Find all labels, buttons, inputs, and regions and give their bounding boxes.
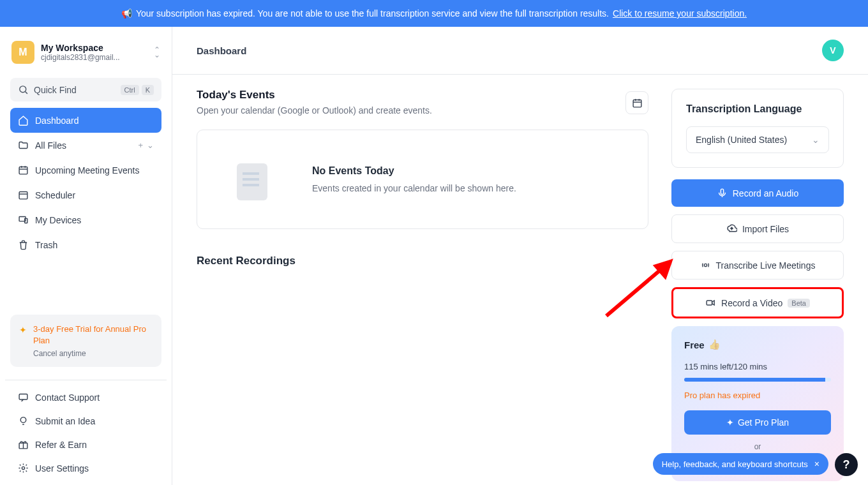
nav-label: Contact Support	[35, 392, 100, 403]
svg-point-0	[20, 86, 26, 93]
plan-progress-fill	[684, 378, 825, 382]
nav-user-settings[interactable]: User Settings	[10, 456, 161, 480]
svg-point-15	[22, 466, 24, 469]
topbar: Dashboard V	[172, 27, 868, 75]
plan-or: or	[684, 442, 831, 451]
beta-badge: Beta	[788, 299, 810, 308]
button-label: Get Pro Plan	[738, 417, 789, 428]
button-label: Import Files	[742, 224, 789, 234]
user-avatar[interactable]: V	[822, 40, 844, 61]
nav-label: All Files	[35, 140, 66, 151]
nav-label: Trash	[35, 240, 57, 250]
sparkle-icon: ✦	[726, 417, 734, 428]
nav-label: Scheduler	[35, 190, 75, 200]
plus-icon[interactable]: +	[138, 140, 143, 150]
chat-icon	[18, 392, 29, 403]
nav-label: Refer & Earn	[35, 440, 87, 450]
empty-sub: Events created in your calendar will be …	[312, 183, 516, 193]
help-text: Help, feedback, and keyboard shortcuts	[662, 459, 808, 469]
svg-rect-20	[721, 189, 723, 195]
language-title: Transcription Language	[686, 103, 829, 115]
nav-all-files[interactable]: All Files +⌄	[10, 133, 161, 158]
svg-rect-6	[19, 192, 27, 199]
get-pro-button[interactable]: ✦ Get Pro Plan	[684, 410, 831, 435]
trash-icon	[18, 239, 29, 250]
folder-icon	[18, 140, 29, 151]
subscription-banner: 📢 Your subscription has expired. You are…	[0, 0, 868, 27]
record-video-button[interactable]: Record a Video Beta	[671, 287, 844, 318]
scheduler-icon	[18, 190, 29, 200]
search-icon	[18, 84, 29, 95]
upload-icon	[726, 223, 737, 234]
import-files-button[interactable]: Import Files	[671, 214, 844, 243]
svg-rect-2	[19, 167, 27, 174]
recent-recordings-title: Recent Recordings	[197, 255, 648, 267]
chevron-down-icon: ⌄	[812, 135, 819, 145]
svg-point-21	[704, 264, 707, 266]
help-feedback-pill[interactable]: Help, feedback, and keyboard shortcuts ×	[653, 453, 828, 475]
quick-find[interactable]: Quick Find CtrlK	[10, 78, 161, 101]
button-label: Record a Video	[721, 298, 782, 308]
plan-progress	[684, 378, 831, 382]
megaphone-icon: 📢	[121, 8, 132, 19]
trial-card[interactable]: ✦ 3-day Free Trial for Annual Pro Plan C…	[10, 315, 161, 367]
sidebar: M My Workspace cjdigitals2831@gmail... ⌃…	[0, 27, 172, 485]
svg-rect-10	[19, 394, 27, 400]
trial-title: 3-day Free Trial for Annual Pro Plan	[33, 324, 153, 347]
trial-sub: Cancel anytime	[33, 349, 153, 358]
button-label: Record an Audio	[733, 188, 799, 198]
nav-devices[interactable]: My Devices	[10, 207, 161, 232]
svg-rect-22	[707, 301, 712, 305]
workspace-name: My Workspace	[41, 43, 120, 53]
mic-icon	[717, 188, 728, 198]
help-button[interactable]: ?	[835, 453, 858, 476]
nav-label: User Settings	[35, 463, 89, 474]
page-title: Dashboard	[197, 45, 246, 56]
chevron-down-icon[interactable]: ⌄	[147, 140, 154, 150]
nav-upcoming[interactable]: Upcoming Meeting Events	[10, 158, 161, 183]
language-select[interactable]: English (United States) ⌄	[686, 126, 829, 153]
devices-icon	[18, 214, 29, 225]
home-icon	[18, 115, 29, 126]
plan-expired-text: Pro plan has expired	[684, 391, 831, 400]
sparkle-icon: ✦	[19, 324, 27, 358]
live-icon	[700, 260, 711, 271]
language-panel: Transcription Language English (United S…	[671, 89, 844, 168]
nav-refer-earn[interactable]: Refer & Earn	[10, 433, 161, 456]
events-subtitle: Open your calendar (Google or Outlook) a…	[197, 105, 432, 116]
quick-find-label: Quick Find	[34, 85, 77, 95]
nav-label: Dashboard	[35, 116, 79, 126]
nav-label: Submit an Idea	[35, 416, 95, 426]
button-label: Transcribe Live Meetings	[716, 260, 816, 271]
nav-submit-idea[interactable]: Submit an Idea	[10, 409, 161, 433]
svg-point-11	[20, 417, 26, 423]
nav-dashboard[interactable]: Dashboard	[10, 108, 161, 133]
svg-line-1	[26, 92, 27, 94]
empty-title: No Events Today	[312, 165, 516, 177]
events-empty-card: No Events Today Events created in your c…	[197, 130, 648, 229]
nav-contact-support[interactable]: Contact Support	[10, 385, 161, 409]
calendar-icon	[18, 165, 29, 175]
calendar-button[interactable]	[625, 91, 648, 114]
video-icon	[705, 297, 716, 308]
bulb-icon	[18, 415, 29, 426]
workspace-avatar: M	[11, 41, 34, 64]
quick-find-shortcut: CtrlK	[121, 85, 154, 95]
record-audio-button[interactable]: Record an Audio	[671, 179, 844, 207]
nav-label: Upcoming Meeting Events	[35, 165, 139, 175]
plan-minutes: 115 mins left/120 mins	[684, 362, 831, 371]
resume-subscription-link[interactable]: Click to resume your subscription.	[613, 8, 747, 19]
empty-illustration	[218, 151, 288, 208]
banner-text: Your subscription has expired. You are n…	[136, 8, 609, 19]
language-value: English (United States)	[696, 135, 787, 145]
nav-scheduler[interactable]: Scheduler	[10, 183, 161, 207]
workspace-switcher[interactable]: M My Workspace cjdigitals2831@gmail... ⌃…	[5, 36, 167, 69]
nav-label: My Devices	[35, 215, 81, 225]
gear-icon	[18, 463, 29, 474]
transcribe-live-button[interactable]: Transcribe Live Meetings	[671, 251, 844, 280]
nav-trash[interactable]: Trash	[10, 232, 161, 257]
plan-name: Free	[684, 340, 705, 350]
close-icon[interactable]: ×	[814, 459, 819, 469]
calendar-icon	[632, 98, 643, 108]
workspace-email: cjdigitals2831@gmail...	[41, 53, 120, 62]
